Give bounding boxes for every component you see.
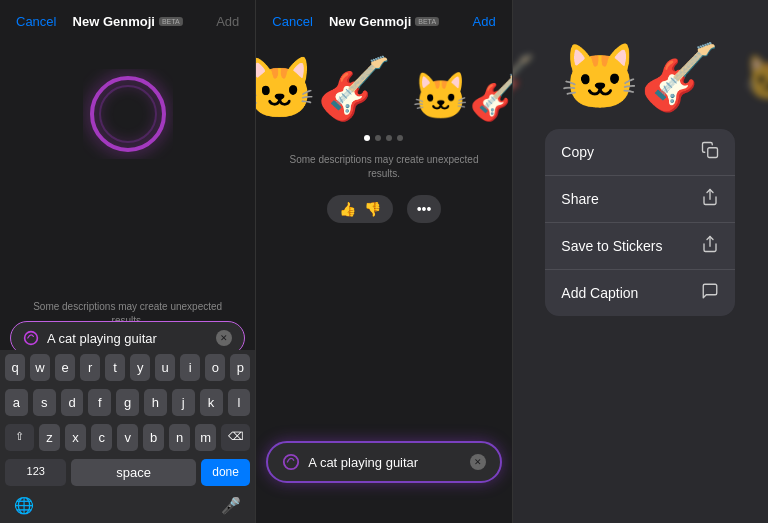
dot-0: [364, 135, 370, 141]
key-p[interactable]: p: [230, 354, 250, 381]
keyboard: q w e r t y u i o p a s d f g h j k l ⇧ …: [0, 350, 255, 523]
key-space[interactable]: space: [71, 459, 195, 486]
key-x[interactable]: x: [65, 424, 86, 451]
key-z[interactable]: z: [39, 424, 60, 451]
key-j[interactable]: j: [172, 389, 195, 416]
key-y[interactable]: y: [130, 354, 150, 381]
genmoji-search-icon: [23, 330, 39, 346]
svg-point-0: [92, 78, 164, 150]
top-bar-1: Cancel New Genmoji BETA Add: [0, 0, 255, 39]
title-2: New Genmoji BETA: [329, 14, 439, 29]
context-menu-stickers[interactable]: Save to Stickers: [545, 223, 735, 270]
genmoji-ring-area: [0, 39, 255, 179]
key-k[interactable]: k: [200, 389, 223, 416]
genmoji-ring: [83, 69, 173, 159]
add-button-2[interactable]: Add: [473, 14, 496, 29]
key-b[interactable]: b: [143, 424, 164, 451]
key-o[interactable]: o: [205, 354, 225, 381]
keyboard-row-4: 123 space done: [0, 455, 255, 490]
key-u[interactable]: u: [155, 354, 175, 381]
title-text-1: New Genmoji: [73, 14, 155, 29]
beta-badge-1: BETA: [159, 17, 183, 26]
caption-label: Add Caption: [561, 285, 638, 301]
panel-2: Cancel New Genmoji BETA Add 🐱‍🎸 🐱‍🎸 Some…: [256, 0, 512, 523]
cancel-button-2[interactable]: Cancel: [272, 14, 312, 29]
key-c[interactable]: c: [91, 424, 112, 451]
panel-1: Cancel New Genmoji BETA Add Some descrip: [0, 0, 256, 523]
emoji-results: 🐱‍🎸 🐱‍🎸 Some descriptions may create une…: [256, 39, 511, 223]
key-d[interactable]: d: [61, 389, 84, 416]
panel3-main: 🐱‍🎸 🐱‍🎸 🐱‍🎸 Copy Share: [513, 0, 768, 316]
context-menu-caption[interactable]: Add Caption: [545, 270, 735, 316]
key-m[interactable]: m: [195, 424, 216, 451]
key-n[interactable]: n: [169, 424, 190, 451]
title-1: New Genmoji BETA: [73, 14, 183, 29]
clear-button-2[interactable]: ✕: [470, 454, 486, 470]
keyboard-row-1: q w e r t y u i o p: [0, 350, 255, 385]
svg-point-2: [25, 332, 38, 345]
search-bar-area-2: A cat playing guitar ✕: [266, 441, 501, 483]
more-button[interactable]: •••: [407, 195, 442, 223]
keyboard-bottom: 🌐 🎤: [0, 490, 255, 523]
clear-button-1[interactable]: ✕: [216, 330, 232, 346]
key-q[interactable]: q: [5, 354, 25, 381]
context-menu-share[interactable]: Share: [545, 176, 735, 223]
search-input-2[interactable]: A cat playing guitar: [308, 455, 461, 470]
emoji-main[interactable]: 🐱‍🎸: [256, 59, 392, 119]
key-123[interactable]: 123: [5, 459, 66, 486]
mic-icon[interactable]: 🎤: [221, 496, 241, 515]
panel3-emoji-left: 🐱‍🎸: [513, 52, 537, 104]
panel3-emoji-right: 🐱‍🎸: [744, 52, 768, 104]
title-text-2: New Genmoji: [329, 14, 411, 29]
keyboard-row-2: a s d f g h j k l: [0, 385, 255, 420]
copy-icon: [701, 141, 719, 163]
stickers-icon: [701, 235, 719, 257]
add-button-1[interactable]: Add: [216, 14, 239, 29]
key-done[interactable]: done: [201, 459, 250, 486]
caption-icon: [701, 282, 719, 304]
svg-rect-4: [708, 148, 718, 158]
context-menu: Copy Share: [545, 129, 735, 316]
context-menu-copy[interactable]: Copy: [545, 129, 735, 176]
search-input-1[interactable]: A cat playing guitar: [47, 331, 208, 346]
genmoji-icon-2: [282, 453, 300, 471]
svg-point-3: [284, 455, 298, 469]
key-e[interactable]: e: [55, 354, 75, 381]
key-l[interactable]: l: [228, 389, 251, 416]
key-v[interactable]: v: [117, 424, 138, 451]
search-bar-2: A cat playing guitar ✕: [266, 441, 501, 483]
panel3-emoji-row: 🐱‍🎸 🐱‍🎸 🐱‍🎸: [513, 40, 768, 115]
key-i[interactable]: i: [180, 354, 200, 381]
share-label: Share: [561, 191, 598, 207]
key-a[interactable]: a: [5, 389, 28, 416]
cancel-button-1[interactable]: Cancel: [16, 14, 56, 29]
key-shift[interactable]: ⇧: [5, 424, 34, 451]
warning-text-2: Some descriptions may create unexpected …: [256, 153, 511, 181]
beta-badge-2: BETA: [415, 17, 439, 26]
thumbs-up-button[interactable]: 👍: [339, 201, 356, 217]
key-t[interactable]: t: [105, 354, 125, 381]
svg-point-1: [100, 86, 156, 142]
thumbs-down-button[interactable]: 👎: [364, 201, 381, 217]
emoji-row: 🐱‍🎸 🐱‍🎸: [256, 59, 512, 119]
key-f[interactable]: f: [88, 389, 111, 416]
panel3-emoji-center[interactable]: 🐱‍🎸: [560, 40, 720, 115]
dot-3: [397, 135, 403, 141]
emoji-alt[interactable]: 🐱‍🎸: [412, 73, 513, 119]
dot-1: [375, 135, 381, 141]
key-delete[interactable]: ⌫: [221, 424, 250, 451]
feedback-buttons: 👍 👎: [327, 195, 393, 223]
feedback-row: 👍 👎 •••: [327, 195, 442, 223]
key-g[interactable]: g: [116, 389, 139, 416]
panel-3: 🐱‍🎸 🐱‍🎸 🐱‍🎸 Copy Share: [513, 0, 768, 523]
key-r[interactable]: r: [80, 354, 100, 381]
key-h[interactable]: h: [144, 389, 167, 416]
copy-label: Copy: [561, 144, 594, 160]
globe-icon[interactable]: 🌐: [14, 496, 34, 515]
key-s[interactable]: s: [33, 389, 56, 416]
key-w[interactable]: w: [30, 354, 50, 381]
share-icon: [701, 188, 719, 210]
dot-2: [386, 135, 392, 141]
keyboard-row-3: ⇧ z x c v b n m ⌫: [0, 420, 255, 455]
stickers-label: Save to Stickers: [561, 238, 662, 254]
